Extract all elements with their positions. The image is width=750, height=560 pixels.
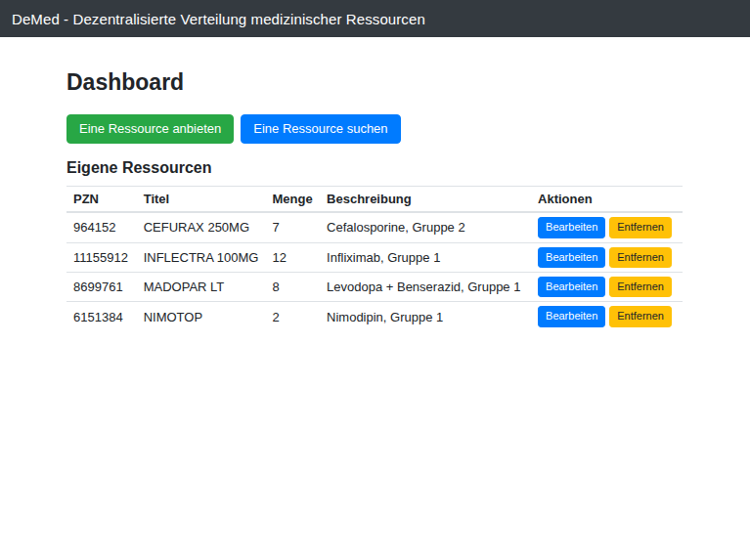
main-content: Dashboard Eine Ressource anbieten Eine R… bbox=[66, 69, 683, 331]
cell-menge: 12 bbox=[265, 242, 320, 272]
cell-beschreibung: Infliximab, Gruppe 1 bbox=[320, 242, 531, 272]
toolbar: Eine Ressource anbieten Eine Ressource s… bbox=[66, 114, 683, 144]
cell-pzn: 11155912 bbox=[66, 242, 137, 272]
page-title: Dashboard bbox=[66, 69, 683, 96]
table-row: 8699761MADOPAR LT8Levodopa + Benserazid,… bbox=[66, 272, 683, 301]
cell-actions: BearbeitenEntfernen bbox=[531, 212, 683, 242]
resources-section-title: Eigene Ressourcen bbox=[66, 159, 683, 177]
cell-titel: NIMOTOP bbox=[137, 302, 266, 331]
column-header-titel: Titel bbox=[137, 187, 266, 213]
cell-actions: BearbeitenEntfernen bbox=[531, 272, 683, 301]
cell-beschreibung: Levodopa + Benserazid, Gruppe 1 bbox=[320, 272, 531, 301]
column-header-aktionen: Aktionen bbox=[531, 187, 683, 213]
table-row: 964152CEFURAX 250MG7Cefalosporine, Grupp… bbox=[66, 212, 683, 242]
navbar: DeMed - Dezentralisierte Verteilung medi… bbox=[0, 0, 750, 37]
cell-menge: 2 bbox=[265, 302, 320, 331]
cell-pzn: 8699761 bbox=[66, 272, 137, 301]
column-header-menge: Menge bbox=[265, 187, 320, 213]
remove-button[interactable]: Entfernen bbox=[609, 247, 672, 268]
cell-titel: MADOPAR LT bbox=[137, 272, 266, 301]
table-row: 11155912INFLECTRA 100MG12Infliximab, Gru… bbox=[66, 242, 683, 272]
edit-button[interactable]: Bearbeiten bbox=[538, 277, 605, 297]
cell-beschreibung: Cefalosporine, Gruppe 2 bbox=[320, 212, 531, 242]
remove-button[interactable]: Entfernen bbox=[609, 306, 672, 326]
cell-pzn: 964152 bbox=[66, 212, 137, 242]
column-header-beschreibung: Beschreibung bbox=[320, 187, 531, 213]
cell-beschreibung: Nimodipin, Gruppe 1 bbox=[320, 302, 531, 331]
search-resource-button[interactable]: Eine Ressource suchen bbox=[241, 114, 400, 144]
table-row: 6151384NIMOTOP2Nimodipin, Gruppe 1Bearbe… bbox=[66, 302, 683, 331]
remove-button[interactable]: Entfernen bbox=[609, 277, 672, 297]
cell-actions: BearbeitenEntfernen bbox=[531, 242, 683, 272]
cell-titel: CEFURAX 250MG bbox=[137, 212, 266, 242]
table-header-row: PZN Titel Menge Beschreibung Aktionen bbox=[66, 187, 683, 213]
cell-titel: INFLECTRA 100MG bbox=[137, 242, 266, 272]
cell-actions: BearbeitenEntfernen bbox=[531, 302, 683, 331]
cell-menge: 7 bbox=[265, 212, 320, 242]
edit-button[interactable]: Bearbeiten bbox=[538, 306, 605, 326]
resources-table: PZN Titel Menge Beschreibung Aktionen 96… bbox=[66, 186, 683, 331]
resources-table-body: 964152CEFURAX 250MG7Cefalosporine, Grupp… bbox=[66, 212, 683, 331]
edit-button[interactable]: Bearbeiten bbox=[538, 247, 605, 268]
offer-resource-button[interactable]: Eine Ressource anbieten bbox=[66, 114, 234, 144]
cell-menge: 8 bbox=[265, 272, 320, 301]
edit-button[interactable]: Bearbeiten bbox=[538, 217, 605, 237]
remove-button[interactable]: Entfernen bbox=[609, 217, 672, 237]
cell-pzn: 6151384 bbox=[66, 302, 137, 331]
navbar-brand[interactable]: DeMed - Dezentralisierte Verteilung medi… bbox=[12, 11, 425, 27]
column-header-pzn: PZN bbox=[66, 187, 137, 213]
